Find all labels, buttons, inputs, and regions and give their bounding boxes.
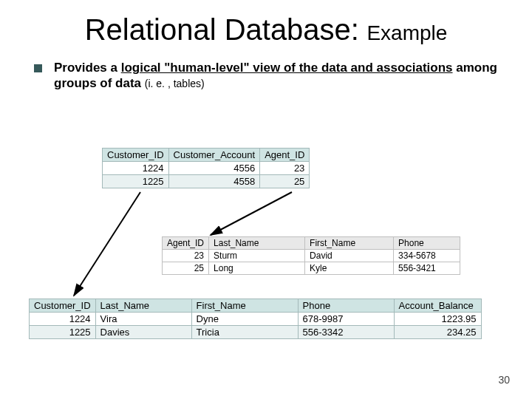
page-number: 30	[498, 374, 510, 386]
arrow-icon	[0, 0, 532, 399]
svg-line-1	[211, 192, 292, 235]
svg-line-0	[74, 192, 140, 296]
